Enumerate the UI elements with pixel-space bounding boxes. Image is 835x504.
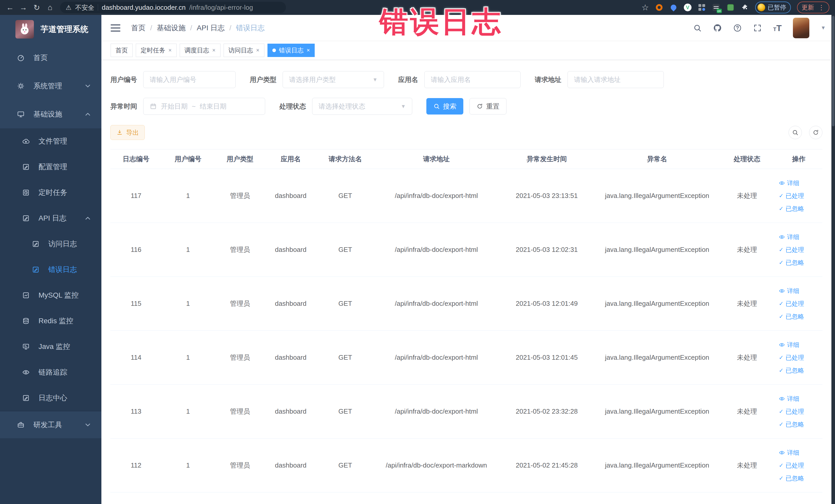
- sidebar-item-label: MySQL 监控: [39, 290, 79, 300]
- extension-orange-ring-icon[interactable]: [655, 3, 663, 12]
- url-path[interactable]: /infra/log/api-error-log: [189, 4, 253, 12]
- sidebar-item-trace[interactable]: 链路追踪: [0, 360, 101, 385]
- sidebar-logo[interactable]: 芋道管理系统: [0, 15, 101, 44]
- refresh-table-button[interactable]: [809, 126, 822, 139]
- user-id-input[interactable]: [143, 71, 236, 88]
- mark-ignored-link[interactable]: ✓已忽略: [779, 474, 804, 482]
- sidebar-item-api-log[interactable]: API 日志: [0, 205, 101, 231]
- fullscreen-icon[interactable]: [753, 24, 762, 32]
- detail-link[interactable]: 详细: [779, 448, 799, 457]
- url-domain[interactable]: dashboard.yudao.iocoder.cn: [102, 4, 186, 12]
- sidebar-item-mysql-monitor[interactable]: MySQL 监控: [0, 282, 101, 308]
- cell-method: GET: [316, 385, 375, 439]
- tab-error-log[interactable]: 错误日志×: [267, 44, 315, 57]
- paused-pill[interactable]: 已暂停: [755, 2, 791, 13]
- breadcrumb-infra[interactable]: 基础设施: [157, 23, 186, 33]
- extension-plant-icon[interactable]: [727, 3, 735, 12]
- close-icon[interactable]: ×: [212, 47, 216, 54]
- mark-ignored-link[interactable]: ✓已忽略: [779, 366, 804, 375]
- sidebar-item-error-log[interactable]: 错误日志: [0, 257, 101, 282]
- github-icon[interactable]: [713, 24, 722, 32]
- tab-schedule-log[interactable]: 调度日志×: [180, 44, 221, 57]
- sidebar-item-java-monitor[interactable]: Java 监控: [0, 334, 101, 360]
- tab-home[interactable]: 首页: [110, 44, 133, 57]
- breadcrumb-separator: /: [190, 24, 192, 32]
- not-secure-label[interactable]: 不安全: [75, 3, 94, 12]
- detail-link[interactable]: 详细: [779, 233, 799, 241]
- tab-access-log[interactable]: 访问日志×: [224, 44, 264, 57]
- collapse-menu-icon[interactable]: [110, 24, 120, 32]
- sidebar-item-access-log[interactable]: 访问日志: [0, 231, 101, 257]
- cell-status: 未处理: [719, 223, 775, 277]
- breadcrumb-home[interactable]: 首页: [131, 23, 145, 33]
- extension-blue-drop-icon[interactable]: [669, 3, 678, 12]
- detail-link[interactable]: 详细: [779, 395, 799, 403]
- extension-grid-icon[interactable]: [698, 3, 706, 12]
- request-url-input[interactable]: [568, 71, 664, 88]
- extensions-puzzle-icon[interactable]: [741, 3, 749, 12]
- font-size-icon[interactable]: TT: [773, 24, 781, 32]
- mark-processed-link[interactable]: ✓已处理: [779, 246, 804, 254]
- mark-ignored-link[interactable]: ✓已忽略: [779, 313, 804, 321]
- breadcrumb-api-log[interactable]: API 日志: [197, 23, 225, 33]
- mark-ignored-link[interactable]: ✓已忽略: [779, 259, 804, 267]
- mark-processed-link[interactable]: ✓已处理: [779, 192, 804, 200]
- cell-method: GET: [316, 331, 375, 385]
- address-bar[interactable]: ⚠ 不安全 dashboard.yudao.iocoder.cn/infra/l…: [60, 2, 286, 13]
- extension-switch-icon[interactable]: on: [712, 3, 720, 12]
- tab-scheduled-task[interactable]: 定时任务×: [136, 44, 177, 57]
- app-name-input[interactable]: [424, 71, 521, 88]
- search-button[interactable]: 搜索: [426, 98, 463, 115]
- toggle-search-button[interactable]: [789, 126, 802, 139]
- bookmark-star-icon[interactable]: ☆: [641, 3, 649, 12]
- process-status-select[interactable]: 请选择处理状态 ▼: [312, 98, 412, 115]
- mark-processed-link[interactable]: ✓已处理: [779, 461, 804, 469]
- scrollbar-thumb[interactable]: [832, 16, 834, 126]
- vue-devtools-icon[interactable]: V: [684, 4, 692, 11]
- col-request-url: 请求地址: [375, 149, 498, 169]
- export-button[interactable]: 导出: [110, 125, 145, 140]
- reload-icon[interactable]: ↻: [31, 2, 43, 13]
- mark-processed-link[interactable]: ✓已处理: [779, 300, 804, 308]
- page-scrollbar[interactable]: [831, 15, 835, 504]
- cell-log-id: 117: [110, 169, 162, 223]
- breadcrumb-separator: /: [229, 24, 231, 32]
- mark-ignored-link[interactable]: ✓已忽略: [779, 420, 804, 428]
- update-pill[interactable]: 更新 ⋮: [797, 2, 829, 13]
- close-icon[interactable]: ×: [256, 47, 260, 54]
- help-icon[interactable]: [733, 24, 742, 32]
- sidebar-item-file-manage[interactable]: 文件管理: [0, 128, 101, 154]
- close-icon[interactable]: ×: [307, 47, 310, 54]
- detail-link[interactable]: 详细: [779, 179, 799, 187]
- sidebar-item-redis-monitor[interactable]: Redis 监控: [0, 308, 101, 334]
- avatar[interactable]: [793, 18, 809, 38]
- mark-processed-link[interactable]: ✓已处理: [779, 354, 804, 362]
- cell-exception-name: java.lang.IllegalArgumentException: [595, 223, 719, 277]
- exception-time-range-picker[interactable]: 开始日期 ~ 结束日期: [143, 98, 265, 115]
- search-button-label: 搜索: [443, 102, 456, 111]
- user-menu-caret-icon[interactable]: ▼: [821, 25, 826, 31]
- sidebar-item-dev-tools[interactable]: 研发工具: [0, 411, 101, 438]
- browser-menu-icon[interactable]: ⋮: [818, 4, 825, 12]
- user-type-select[interactable]: 请选择用户类型 ▼: [283, 71, 384, 88]
- sidebar-item-config-manage[interactable]: 配置管理: [0, 154, 101, 180]
- log-edit-icon: [22, 215, 30, 222]
- back-icon[interactable]: ←: [4, 2, 16, 13]
- mark-processed-link[interactable]: ✓已处理: [779, 407, 804, 416]
- sidebar-item-infra[interactable]: 基础设施: [0, 100, 101, 128]
- check-icon: ✓: [779, 421, 783, 428]
- forward-icon[interactable]: →: [18, 2, 29, 13]
- reset-button[interactable]: 重置: [469, 98, 506, 115]
- close-icon[interactable]: ×: [168, 47, 172, 54]
- detail-link[interactable]: 详细: [779, 341, 799, 349]
- detail-link[interactable]: 详细: [779, 287, 799, 295]
- sidebar-item-log-center[interactable]: 日志中心: [0, 385, 101, 411]
- sidebar-item-home[interactable]: 首页: [0, 44, 101, 72]
- app-name-label: 应用名: [398, 75, 418, 84]
- search-icon[interactable]: [693, 24, 702, 32]
- log-edit-icon: [32, 240, 40, 248]
- sidebar-item-system[interactable]: 系统管理: [0, 72, 101, 100]
- home-icon[interactable]: ⌂: [44, 2, 56, 13]
- mark-ignored-link[interactable]: ✓已忽略: [779, 205, 804, 213]
- sidebar-item-scheduled-task[interactable]: 定时任务: [0, 180, 101, 205]
